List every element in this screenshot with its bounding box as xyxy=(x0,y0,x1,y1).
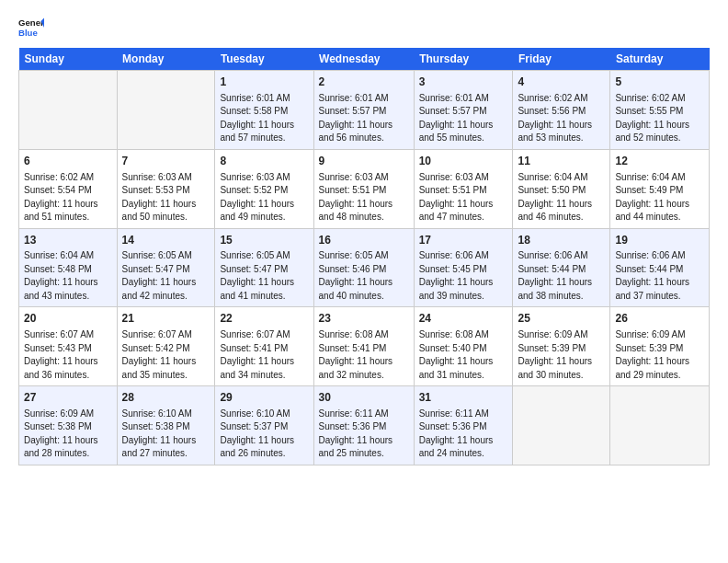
daylight-text: Daylight: 11 hours and 24 minutes. xyxy=(419,435,494,459)
sunrise-text: Sunrise: 6:02 AM xyxy=(615,93,685,103)
sunset-text: Sunset: 5:47 PM xyxy=(220,264,288,274)
sunset-text: Sunset: 5:39 PM xyxy=(615,343,683,353)
sunset-text: Sunset: 5:56 PM xyxy=(518,106,586,116)
day-number: 12 xyxy=(615,154,704,169)
sunrise-text: Sunrise: 6:06 AM xyxy=(615,250,685,260)
sunrise-text: Sunrise: 6:08 AM xyxy=(419,329,489,339)
cell-content: Sunrise: 6:01 AMSunset: 5:57 PMDaylight:… xyxy=(419,92,508,145)
sunrise-text: Sunrise: 6:05 AM xyxy=(220,250,290,260)
daylight-text: Daylight: 11 hours and 26 minutes. xyxy=(220,435,294,459)
daylight-text: Daylight: 11 hours and 37 minutes. xyxy=(615,277,689,301)
sunrise-text: Sunrise: 6:03 AM xyxy=(319,172,389,182)
sunset-text: Sunset: 5:44 PM xyxy=(615,264,683,274)
cell-content: Sunrise: 6:06 AMSunset: 5:45 PMDaylight:… xyxy=(419,249,508,303)
calendar-cell: 4Sunrise: 6:02 AMSunset: 5:56 PMDaylight… xyxy=(513,71,610,150)
sunset-text: Sunset: 5:50 PM xyxy=(518,185,586,195)
sunrise-text: Sunrise: 6:03 AM xyxy=(220,172,290,182)
calendar-cell: 10Sunrise: 6:03 AMSunset: 5:51 PMDayligh… xyxy=(414,149,513,228)
day-number: 10 xyxy=(419,154,508,169)
sunset-text: Sunset: 5:48 PM xyxy=(24,264,92,274)
sunrise-text: Sunrise: 6:04 AM xyxy=(615,172,685,182)
sunset-text: Sunset: 5:43 PM xyxy=(24,343,92,353)
weekday-header-sunday: Sunday xyxy=(19,48,118,71)
sunset-text: Sunset: 5:44 PM xyxy=(518,264,586,274)
cell-content: Sunrise: 6:02 AMSunset: 5:56 PMDaylight:… xyxy=(518,92,605,145)
calendar-cell: 18Sunrise: 6:06 AMSunset: 5:44 PMDayligh… xyxy=(513,228,610,307)
cell-content: Sunrise: 6:05 AMSunset: 5:46 PMDaylight:… xyxy=(319,249,409,303)
weekday-header-wednesday: Wednesday xyxy=(313,48,414,71)
calendar-cell: 26Sunrise: 6:09 AMSunset: 5:39 PMDayligh… xyxy=(610,307,710,386)
calendar-cell: 9Sunrise: 6:03 AMSunset: 5:51 PMDaylight… xyxy=(313,149,414,228)
sunrise-text: Sunrise: 6:10 AM xyxy=(220,408,290,419)
sunset-text: Sunset: 5:51 PM xyxy=(319,185,387,195)
calendar-cell: 8Sunrise: 6:03 AMSunset: 5:52 PMDaylight… xyxy=(215,149,313,228)
daylight-text: Daylight: 11 hours and 56 minutes. xyxy=(319,120,393,144)
weekday-header-row: SundayMondayTuesdayWednesdayThursdayFrid… xyxy=(19,48,710,71)
cell-content: Sunrise: 6:09 AMSunset: 5:39 PMDaylight:… xyxy=(615,328,704,382)
calendar-week-row: 13Sunrise: 6:04 AMSunset: 5:48 PMDayligh… xyxy=(19,228,710,307)
calendar-week-row: 1Sunrise: 6:01 AMSunset: 5:58 PMDaylight… xyxy=(19,71,710,150)
sunrise-text: Sunrise: 6:05 AM xyxy=(122,250,192,260)
day-number: 27 xyxy=(24,390,112,406)
calendar-cell: 3Sunrise: 6:01 AMSunset: 5:57 PMDaylight… xyxy=(414,71,513,150)
cell-content: Sunrise: 6:08 AMSunset: 5:41 PMDaylight:… xyxy=(319,328,409,382)
cell-content: Sunrise: 6:10 AMSunset: 5:38 PMDaylight:… xyxy=(122,408,210,461)
day-number: 22 xyxy=(220,311,308,327)
day-number: 31 xyxy=(419,390,508,406)
cell-content: Sunrise: 6:03 AMSunset: 5:53 PMDaylight:… xyxy=(122,171,210,224)
daylight-text: Daylight: 11 hours and 53 minutes. xyxy=(518,120,592,144)
cell-content: Sunrise: 6:04 AMSunset: 5:49 PMDaylight:… xyxy=(615,171,704,224)
sunset-text: Sunset: 5:52 PM xyxy=(220,185,288,195)
daylight-text: Daylight: 11 hours and 32 minutes. xyxy=(319,356,393,380)
daylight-text: Daylight: 11 hours and 27 minutes. xyxy=(122,435,197,459)
daylight-text: Daylight: 11 hours and 29 minutes. xyxy=(615,356,689,380)
calendar-cell: 28Sunrise: 6:10 AMSunset: 5:38 PMDayligh… xyxy=(117,386,215,465)
sunset-text: Sunset: 5:38 PM xyxy=(122,421,190,431)
calendar-cell: 31Sunrise: 6:11 AMSunset: 5:36 PMDayligh… xyxy=(414,386,513,465)
calendar-cell: 29Sunrise: 6:10 AMSunset: 5:37 PMDayligh… xyxy=(215,386,313,465)
calendar-cell: 25Sunrise: 6:09 AMSunset: 5:39 PMDayligh… xyxy=(513,307,610,386)
calendar-cell: 30Sunrise: 6:11 AMSunset: 5:36 PMDayligh… xyxy=(313,386,414,465)
sunrise-text: Sunrise: 6:04 AM xyxy=(24,250,94,260)
cell-content: Sunrise: 6:02 AMSunset: 5:54 PMDaylight:… xyxy=(24,171,112,224)
daylight-text: Daylight: 11 hours and 49 minutes. xyxy=(220,199,294,223)
day-number: 28 xyxy=(122,390,210,406)
cell-content: Sunrise: 6:05 AMSunset: 5:47 PMDaylight:… xyxy=(220,249,308,303)
calendar-cell: 23Sunrise: 6:08 AMSunset: 5:41 PMDayligh… xyxy=(313,307,414,386)
cell-content: Sunrise: 6:01 AMSunset: 5:58 PMDaylight:… xyxy=(220,92,308,145)
weekday-header-thursday: Thursday xyxy=(414,48,513,71)
calendar-cell: 2Sunrise: 6:01 AMSunset: 5:57 PMDaylight… xyxy=(313,71,414,150)
sunrise-text: Sunrise: 6:03 AM xyxy=(419,172,489,182)
daylight-text: Daylight: 11 hours and 43 minutes. xyxy=(24,277,98,301)
day-number: 20 xyxy=(24,311,112,327)
day-number: 4 xyxy=(518,75,605,90)
sunrise-text: Sunrise: 6:11 AM xyxy=(419,408,489,419)
sunset-text: Sunset: 5:40 PM xyxy=(419,343,487,353)
weekday-header-monday: Monday xyxy=(117,48,215,71)
sunrise-text: Sunrise: 6:03 AM xyxy=(122,172,192,182)
daylight-text: Daylight: 11 hours and 57 minutes. xyxy=(220,120,294,144)
sunrise-text: Sunrise: 6:07 AM xyxy=(24,329,94,339)
cell-content: Sunrise: 6:02 AMSunset: 5:55 PMDaylight:… xyxy=(615,92,704,145)
calendar-cell: 27Sunrise: 6:09 AMSunset: 5:38 PMDayligh… xyxy=(19,386,118,465)
cell-content: Sunrise: 6:01 AMSunset: 5:57 PMDaylight:… xyxy=(319,92,409,145)
daylight-text: Daylight: 11 hours and 55 minutes. xyxy=(419,120,494,144)
calendar-cell: 5Sunrise: 6:02 AMSunset: 5:55 PMDaylight… xyxy=(610,71,710,150)
sunrise-text: Sunrise: 6:09 AM xyxy=(615,329,685,339)
daylight-text: Daylight: 11 hours and 40 minutes. xyxy=(319,277,393,301)
daylight-text: Daylight: 11 hours and 51 minutes. xyxy=(24,199,98,223)
calendar-week-row: 27Sunrise: 6:09 AMSunset: 5:38 PMDayligh… xyxy=(19,386,710,465)
sunrise-text: Sunrise: 6:02 AM xyxy=(24,172,94,182)
sunset-text: Sunset: 5:45 PM xyxy=(419,264,487,274)
cell-content: Sunrise: 6:04 AMSunset: 5:48 PMDaylight:… xyxy=(24,249,112,303)
sunset-text: Sunset: 5:58 PM xyxy=(220,106,288,116)
day-number: 2 xyxy=(319,75,409,90)
calendar-cell: 20Sunrise: 6:07 AMSunset: 5:43 PMDayligh… xyxy=(19,307,118,386)
day-number: 9 xyxy=(319,154,409,169)
sunset-text: Sunset: 5:38 PM xyxy=(24,421,92,431)
svg-text:Blue: Blue xyxy=(18,28,38,38)
cell-content: Sunrise: 6:05 AMSunset: 5:47 PMDaylight:… xyxy=(122,249,210,303)
day-number: 17 xyxy=(419,233,508,248)
day-number: 21 xyxy=(122,311,210,327)
sunset-text: Sunset: 5:46 PM xyxy=(319,264,387,274)
